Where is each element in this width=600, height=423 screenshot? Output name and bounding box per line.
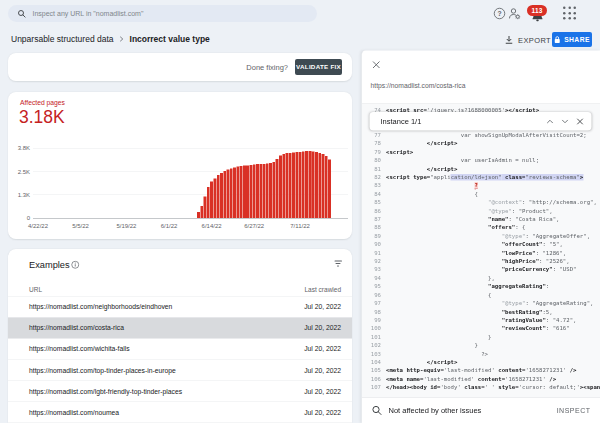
code-line-number: 107 xyxy=(362,383,381,391)
code-line-content: ? xyxy=(386,182,478,190)
help-icon[interactable]: ? xyxy=(493,7,506,20)
example-last-crawled: Jul 20, 2022 xyxy=(304,303,341,311)
info-icon[interactable] xyxy=(71,261,80,272)
code-line-content: </script> xyxy=(386,140,457,148)
share-label: SHARE xyxy=(564,36,590,44)
code-line: 83 ? xyxy=(362,182,600,190)
inspect-magnifier-icon xyxy=(372,405,383,416)
code-line: 102 } xyxy=(362,341,600,349)
code-line: 105<meta http-equiv='last-modified' cont… xyxy=(362,367,600,375)
code-line-number: 92 xyxy=(362,257,381,265)
code-line-content: <script type="application/ld+json" class… xyxy=(386,173,583,181)
validate-fix-card: Done fixing? VALIDATE FIX xyxy=(8,53,352,81)
validate-fix-button[interactable]: VALIDATE FIX xyxy=(295,59,342,75)
code-line: 92 "highPrice": "2526", xyxy=(362,257,600,265)
code-line-content: "reviewCount": "616" xyxy=(386,325,570,333)
column-header-url: URL xyxy=(29,286,42,294)
code-line-content: </script> xyxy=(386,358,457,366)
export-label: EXPORT xyxy=(518,36,551,45)
inspected-url[interactable]: https://nomadlist.com/costa-rica xyxy=(371,82,466,90)
search-icon xyxy=(18,9,27,18)
code-detail-panel: https://nomadlist.com/costa-rica 74<scri… xyxy=(362,51,600,423)
code-line-content: { xyxy=(386,291,491,299)
code-line-number: 95 xyxy=(362,283,381,291)
metric-value: 3.18K xyxy=(19,107,65,127)
code-line-content: "offers": { xyxy=(386,224,525,232)
code-line-number: 96 xyxy=(362,291,381,299)
code-line-content: <script> xyxy=(386,148,413,156)
notifications-bell-icon[interactable]: 113 xyxy=(526,4,549,22)
example-url-row[interactable]: https://nomadlist.com/lgbt-friendly-top-… xyxy=(8,381,352,402)
code-line-content: var showSignUpModalAfterVisitCount=2; xyxy=(386,131,587,139)
other-issues-status: Not affected by other issues xyxy=(389,406,482,415)
y-axis-tick-label: 0 xyxy=(8,215,30,222)
export-button[interactable]: EXPORT xyxy=(504,32,551,48)
code-line: 85 "@context": "http://schema.org", xyxy=(362,198,600,206)
code-line: 103 ?> xyxy=(362,350,600,358)
code-line-number: 97 xyxy=(362,299,381,307)
code-line-number: 99 xyxy=(362,316,381,324)
code-line: 100 "reviewCount": "616" xyxy=(362,325,600,333)
code-line-number: 78 xyxy=(362,140,381,148)
code-line-number: 90 xyxy=(362,241,381,249)
code-line-content: "offerCount": "5", xyxy=(386,241,563,249)
code-line-number: 106 xyxy=(362,375,381,383)
code-line: 93 "priceCurrency": "USD" xyxy=(362,266,600,274)
code-line-number: 104 xyxy=(362,358,381,366)
chart-gridline xyxy=(33,148,348,149)
example-url-row[interactable]: https://nomadlist.com/neighborhoods/eind… xyxy=(8,297,352,318)
code-line: 101 } xyxy=(362,333,600,341)
code-line-content: "lowPrice": "1286", xyxy=(386,249,566,257)
example-last-crawled: Jul 20, 2022 xyxy=(304,345,341,353)
example-url-row[interactable]: https://nomadlist.com/top-tinder-places-… xyxy=(8,360,352,381)
example-last-crawled: Jul 20, 2022 xyxy=(304,324,341,332)
code-line-content: }, xyxy=(386,274,495,282)
code-line-number: 89 xyxy=(362,232,381,240)
example-url-row[interactable]: https://nomadlist.com/wichita-fallsJul 2… xyxy=(8,339,352,360)
source-code-viewer[interactable]: 74<script src='/jquery.js?1688000005'></… xyxy=(362,104,600,398)
code-line: 77 var showSignUpModalAfterVisitCount=2; xyxy=(362,131,600,139)
code-line: 91 "lowPrice": "1286", xyxy=(362,249,600,257)
code-line-number: 93 xyxy=(362,266,381,274)
close-panel-icon[interactable] xyxy=(371,59,382,70)
code-line: 82<script type="application/ld+json" cla… xyxy=(362,173,600,181)
filter-rows-icon[interactable] xyxy=(332,258,344,270)
close-finder-icon[interactable] xyxy=(573,114,588,129)
breadcrumb: Unparsable structured data Incorrect val… xyxy=(0,28,352,50)
code-line-number: 80 xyxy=(362,156,381,164)
example-url: https://nomadlist.com/top-tinder-places-… xyxy=(29,366,176,374)
share-button[interactable]: SHARE xyxy=(552,32,592,47)
user-settings-icon[interactable] xyxy=(508,7,522,21)
url-inspect-search-input[interactable]: Inspect any URL in "nomadlist.com" xyxy=(8,5,317,22)
example-last-crawled: Jul 20, 2022 xyxy=(304,387,341,395)
breadcrumb-parent-link[interactable]: Unparsable structured data xyxy=(11,34,114,44)
code-line-content: "aggregateRating": xyxy=(386,283,549,291)
code-line-number: 79 xyxy=(362,148,381,156)
code-line-content: </head><body id='body' class=' ' style='… xyxy=(386,383,600,391)
code-line-content: } xyxy=(386,341,478,349)
google-apps-grid-icon[interactable] xyxy=(562,6,577,21)
inspect-button[interactable]: INSPECT xyxy=(557,406,591,414)
previous-instance-icon[interactable] xyxy=(543,114,558,129)
code-line-number: 98 xyxy=(362,308,381,316)
code-line-content: "ratingValue": "4.72", xyxy=(386,316,576,324)
code-line-content: "@type": "AggregateRating", xyxy=(386,299,593,307)
example-url-row-selected[interactable]: https://nomadlist.com/costa-ricaJul 20, … xyxy=(8,318,352,339)
example-url-row[interactable]: https://nomadlist.com/noumeaJul 20, 2022 xyxy=(8,402,352,423)
code-line-number: 91 xyxy=(362,249,381,257)
code-line-content: "@context": "http://schema.org", xyxy=(386,198,597,206)
example-url: https://nomadlist.com/wichita-falls xyxy=(29,345,130,353)
code-line: 95 "aggregateRating": xyxy=(362,283,600,291)
code-line-number: 100 xyxy=(362,325,381,333)
code-line-content: <meta name='last-modified' content='1658… xyxy=(386,375,556,383)
code-line-number: 81 xyxy=(362,165,381,173)
next-instance-icon[interactable] xyxy=(558,114,573,129)
example-last-crawled: Jul 20, 2022 xyxy=(304,409,341,417)
code-line: 97 "@type": "AggregateRating", xyxy=(362,299,600,307)
code-line: 84 { xyxy=(362,190,600,198)
affected-pages-chart-card: Affected pages 3.18K 01.3K2.5K3.8K4/22/2… xyxy=(8,92,352,239)
lock-icon xyxy=(554,36,561,44)
code-line-content: "highPrice": "2526", xyxy=(386,257,570,265)
code-line-content: "@type": "Product", xyxy=(386,207,553,215)
y-axis-tick-label: 2.5K xyxy=(8,168,30,175)
